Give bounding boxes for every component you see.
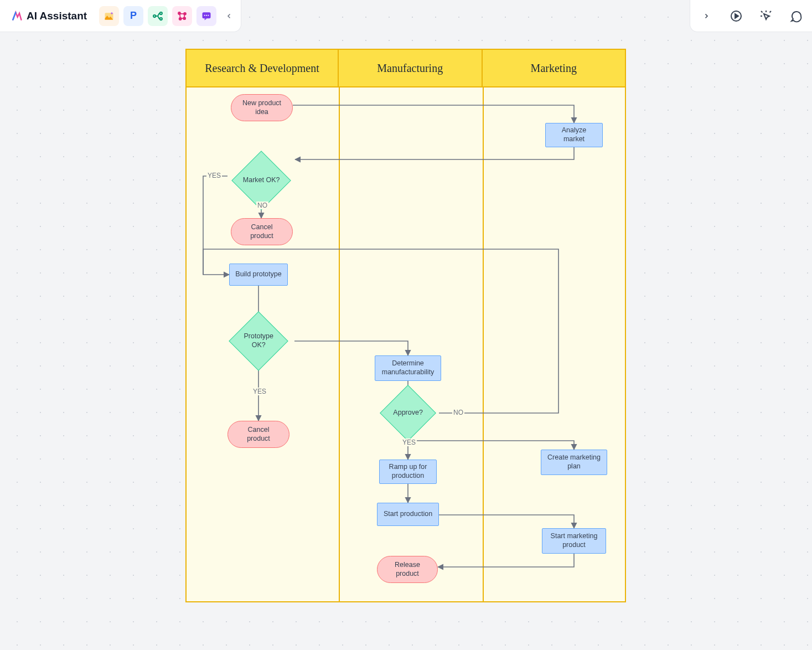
node-label: Analyze market bbox=[551, 126, 597, 143]
tool-flow-button[interactable] bbox=[148, 6, 168, 26]
node-release-product[interactable]: Release product bbox=[377, 556, 438, 583]
node-start-marketing-product[interactable]: Start marketing product bbox=[542, 528, 606, 554]
node-label: Build prototype bbox=[235, 270, 281, 279]
node-approve[interactable]: Approve? bbox=[380, 385, 436, 441]
node-label: Prototype OK? bbox=[238, 332, 279, 349]
brand-logo-icon bbox=[11, 11, 22, 22]
edge-label-no: NO bbox=[256, 202, 268, 209]
node-label: Cancel product bbox=[241, 223, 282, 240]
node-new-product-idea[interactable]: New product idea bbox=[231, 94, 293, 121]
tool-image-button[interactable] bbox=[99, 6, 119, 26]
svg-point-7 bbox=[183, 17, 185, 19]
node-label: Cancel product bbox=[238, 426, 279, 443]
node-analyze-market[interactable]: Analyze market bbox=[545, 123, 603, 147]
edge-label-no: NO bbox=[452, 409, 464, 416]
node-ramp-up-production[interactable]: Ramp up for production bbox=[379, 460, 437, 484]
node-label: Approve? bbox=[389, 409, 427, 417]
node-label: Determine manufacturability bbox=[381, 359, 435, 376]
lane-header-manufacturing[interactable]: Manufacturing bbox=[339, 50, 483, 86]
lane-header-marketing[interactable]: Marketing bbox=[483, 50, 625, 86]
expand-right-button[interactable] bbox=[699, 9, 713, 23]
node-prototype-ok[interactable]: Prototype OK? bbox=[229, 311, 288, 370]
swimlane-headers: Research & Development Manufacturing Mar… bbox=[187, 50, 625, 87]
svg-point-4 bbox=[178, 12, 180, 14]
nodes-graph-icon bbox=[177, 11, 188, 22]
edge-label-yes: YES bbox=[206, 172, 222, 179]
brand: AI Assistant bbox=[11, 10, 87, 22]
svg-point-5 bbox=[184, 12, 186, 14]
node-cancel-product-2[interactable]: Cancel product bbox=[227, 421, 289, 448]
node-label: Ramp up for production bbox=[385, 463, 431, 480]
lane-separator-1 bbox=[339, 87, 340, 601]
node-label: Market OK? bbox=[241, 176, 282, 185]
node-label: Start production bbox=[384, 510, 432, 519]
svg-point-9 bbox=[204, 14, 205, 16]
collapse-toolbar-button[interactable] bbox=[222, 3, 236, 29]
node-determine-manufacturability[interactable]: Determine manufacturability bbox=[375, 355, 441, 381]
comment-icon bbox=[789, 9, 803, 23]
comment-button[interactable] bbox=[789, 9, 803, 23]
cursor-click-icon bbox=[759, 9, 773, 23]
tool-graph-button[interactable] bbox=[172, 6, 192, 26]
node-create-marketing-plan[interactable]: Create marketing plan bbox=[541, 450, 607, 475]
chat-bubble-icon bbox=[201, 11, 212, 22]
toolbar-left: AI Assistant P bbox=[0, 0, 241, 32]
flow-branch-icon bbox=[152, 11, 163, 22]
cursor-button[interactable] bbox=[759, 9, 773, 23]
play-button[interactable] bbox=[729, 9, 743, 23]
lane-separator-2 bbox=[483, 87, 484, 601]
svg-point-10 bbox=[206, 14, 207, 16]
node-cancel-product-1[interactable]: Cancel product bbox=[231, 218, 293, 245]
app-title: AI Assistant bbox=[27, 10, 87, 22]
node-label: New product idea bbox=[241, 99, 282, 116]
edge-label-yes: YES bbox=[252, 388, 267, 395]
swimlane-diagram[interactable]: Research & Development Manufacturing Mar… bbox=[185, 49, 626, 602]
play-circle-icon bbox=[730, 9, 743, 23]
node-label: Create marketing plan bbox=[547, 453, 601, 471]
swimlane-body: New product idea Analyze market Market O… bbox=[187, 87, 625, 601]
svg-point-11 bbox=[208, 14, 209, 16]
chevron-right-icon bbox=[703, 13, 710, 19]
svg-point-2 bbox=[160, 12, 162, 14]
svg-point-1 bbox=[153, 14, 156, 17]
node-start-production[interactable]: Start production bbox=[377, 503, 439, 526]
svg-point-3 bbox=[160, 17, 162, 19]
toolbar-right bbox=[690, 0, 812, 32]
tool-chat-button[interactable] bbox=[196, 6, 216, 26]
node-label: Release product bbox=[387, 561, 427, 578]
image-sparkle-icon bbox=[104, 11, 115, 22]
node-build-prototype[interactable]: Build prototype bbox=[229, 264, 288, 286]
tool-buttons: P bbox=[99, 6, 216, 26]
letter-p-icon: P bbox=[130, 10, 137, 22]
chevron-left-icon bbox=[226, 13, 232, 19]
lane-header-rd[interactable]: Research & Development bbox=[187, 50, 339, 86]
node-label: Start marketing product bbox=[548, 532, 600, 549]
edge-label-yes: YES bbox=[401, 439, 417, 446]
tool-prototype-button[interactable]: P bbox=[123, 6, 143, 26]
